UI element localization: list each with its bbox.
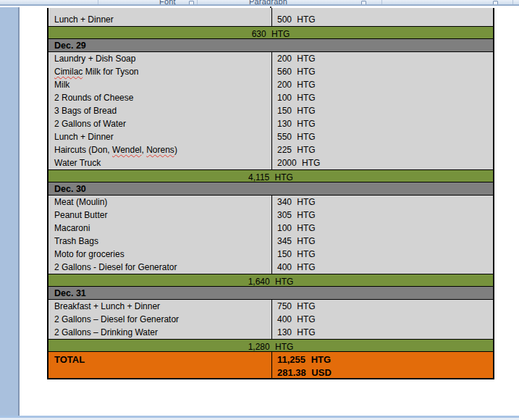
subtotal-row: 630 HTG [48, 26, 493, 38]
subtotal-row: 4,115 HTG [48, 169, 493, 182]
item-amount-cell: 500 HTG [271, 8, 493, 26]
expense-item-name[interactable]: Peanut Butter [48, 209, 271, 222]
subtotal-row: 1,280 HTG [48, 339, 493, 351]
font-dialog-launcher-icon[interactable] [189, 1, 194, 6]
date-header[interactable]: Dec. 31 [48, 287, 86, 299]
expense-item-name[interactable]: 2 Gallons – Diesel for Generator [48, 313, 271, 326]
expense-items-row: Breakfast + Lunch + Dinner2 Gallons – Di… [48, 299, 493, 339]
date-header[interactable]: Dec. 30 [48, 182, 86, 195]
total-label[interactable]: TOTAL [48, 352, 271, 366]
expense-items-row: Laundry + Dish SoapCimilac Milk for Tyso… [48, 51, 493, 169]
total-label-cell: TOTAL [48, 352, 271, 378]
expense-item-amount[interactable]: 225 HTG [272, 143, 493, 156]
subtotal-amount[interactable]: 4,115 HTG [248, 172, 293, 184]
item-amount-cell: 200 HTG560 HTG200 HTG100 HTG150 HTG130 H… [271, 52, 493, 169]
expense-item-name[interactable]: Haircuts (Don, Wendel, Norens) [48, 143, 271, 156]
expense-item-name[interactable]: 2 Gallons of Water [48, 117, 271, 130]
expense-table: Lunch + Dinner500 HTG630 HTGDec. 29Laund… [47, 8, 494, 379]
expense-item-name[interactable]: 3 Bags of Bread [48, 104, 271, 117]
expense-item-amount[interactable]: 560 HTG [272, 65, 493, 78]
expense-item-name[interactable]: Trash Bags [48, 235, 271, 248]
total-amount[interactable]: 281.38 USD [272, 366, 493, 379]
ribbon-group-divider [98, 0, 98, 6]
item-amount-cell: 340 HTG305 HTG100 HTG345 HTG150 HTG400 H… [271, 196, 493, 274]
expense-item-amount[interactable]: 750 HTG [272, 300, 493, 313]
expense-item-name[interactable]: Moto for groceries [48, 248, 271, 261]
expense-item-name[interactable]: Breakfast + Lunch + Dinner [48, 300, 271, 313]
app-background-left-of-page [0, 7, 18, 416]
expense-item-amount[interactable]: 200 HTG [272, 78, 493, 91]
expense-item-amount[interactable]: 400 HTG [272, 313, 493, 326]
subtotal-amount[interactable]: 630 HTG [252, 28, 290, 41]
expense-item-name[interactable]: Cimilac Milk for Tyson [48, 65, 271, 78]
expense-item-name[interactable]: 2 Rounds of Cheese [48, 91, 271, 104]
expense-item-amount[interactable]: 305 HTG [272, 209, 493, 222]
item-name-cell: Breakfast + Lunch + Dinner2 Gallons – Di… [48, 300, 271, 339]
word-document-window: Font Paragraph Lunch + Dinner500 HTG630 … [0, 0, 519, 420]
expense-item-amount[interactable]: 100 HTG [272, 91, 493, 104]
subtotal-row: 1,640 HTG [48, 274, 493, 286]
paragraph-dialog-launcher-icon[interactable] [361, 1, 366, 6]
expense-item-amount[interactable]: 340 HTG [272, 196, 493, 209]
total-row: TOTAL11,255 HTG281.38 USD [48, 351, 493, 378]
ribbon-group-divider [197, 0, 198, 6]
expense-item-amount[interactable]: 500 HTG [272, 13, 316, 26]
item-amount-cell: 750 HTG400 HTG130 HTG [271, 300, 493, 339]
expense-item-amount[interactable]: 130 HTG [272, 117, 493, 130]
expense-item-name[interactable]: Water Truck [48, 156, 271, 169]
item-name-cell: Meat (Moulin)Peanut ButterMacaroniTrash … [48, 196, 271, 274]
expense-item-name[interactable]: 2 Gallons – Drinking Water [48, 326, 271, 339]
expense-items-row: Lunch + Dinner500 HTG [48, 8, 493, 26]
item-name-cell: Lunch + Dinner [48, 8, 271, 26]
styles-dialog-launcher-icon[interactable] [493, 1, 498, 6]
expense-item-name[interactable]: Lunch + Dinner [48, 13, 114, 26]
page-left-edge-shadow [18, 7, 20, 416]
expense-item-name[interactable]: Meat (Moulin) [48, 196, 271, 209]
ribbon-group-divider [512, 0, 513, 6]
subtotal-amount[interactable]: 1,640 HTG [248, 276, 294, 288]
expense-items-row: Meat (Moulin)Peanut ButterMacaroniTrash … [48, 195, 493, 274]
misspelled-word: Wendel [112, 145, 141, 155]
expense-item-name[interactable]: Laundry + Dish Soap [48, 52, 271, 65]
expense-item-name[interactable]: Macaroni [48, 222, 271, 235]
misspelled-word: Cimilac [54, 67, 83, 77]
total-amount[interactable]: 11,255 HTG [272, 353, 493, 366]
ribbon-group-label-paragraph: Paragraph [249, 0, 287, 6]
expense-item-amount[interactable]: 150 HTG [272, 104, 493, 117]
expense-item-amount[interactable]: 550 HTG [272, 130, 493, 143]
date-header[interactable]: Dec. 29 [48, 39, 86, 51]
misspelled-word: Norens [146, 145, 174, 155]
total-amounts-cell: 11,255 HTG281.38 USD [271, 352, 493, 378]
ribbon-group-divider [381, 0, 382, 6]
item-name-cell: Laundry + Dish SoapCimilac Milk for Tyso… [48, 52, 271, 169]
ribbon-bottom-strip: Font Paragraph [0, 0, 519, 6]
ribbon-group-label-font: Font [159, 0, 176, 6]
expense-item-amount[interactable]: 100 HTG [272, 222, 493, 235]
expense-item-name[interactable]: Lunch + Dinner [48, 130, 271, 143]
expense-item-amount[interactable]: 200 HTG [272, 52, 493, 65]
expense-item-name[interactable]: 2 Gallons - Diesel for Generator [48, 261, 271, 274]
expense-item-amount[interactable]: 400 HTG [272, 261, 493, 274]
expense-item-amount[interactable]: 2000 HTG [272, 156, 493, 169]
expense-item-amount[interactable]: 150 HTG [272, 248, 493, 261]
expense-item-amount[interactable]: 345 HTG [272, 235, 493, 248]
expense-item-amount[interactable]: 130 HTG [272, 326, 493, 339]
expense-item-name[interactable]: Milk [48, 78, 271, 91]
